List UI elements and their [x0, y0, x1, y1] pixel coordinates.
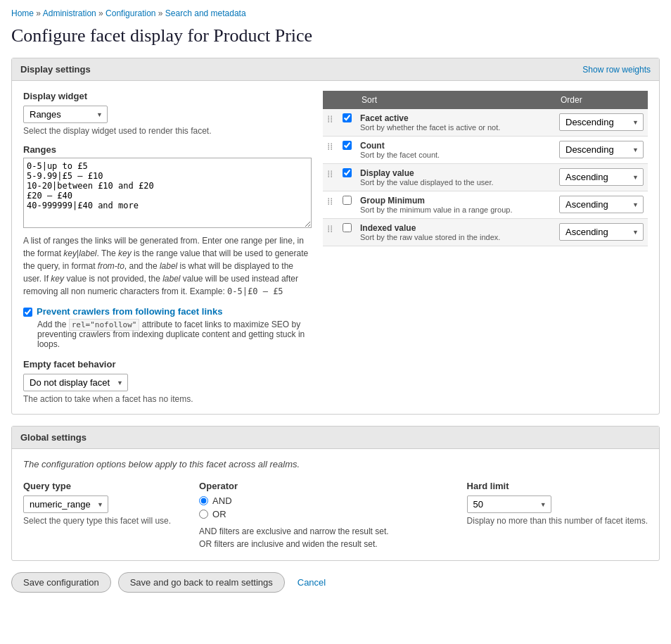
sort-desc: Sort by whether the facet is active or n… [360, 123, 551, 132]
sort-check-cell [338, 109, 356, 137]
sort-name-cell: Count Sort by the facet count. [356, 137, 555, 164]
hard-limit-label: Hard limit [467, 481, 648, 491]
order-select-wrapper: Descending Ascending [559, 168, 644, 186]
order-select-display_value[interactable]: Descending Ascending [559, 168, 644, 186]
drag-handle-cell: ⁞⁞ [323, 109, 338, 137]
sort-name-cell: Display value Sort by the value displaye… [356, 164, 555, 191]
sort-checkbox-facet_active[interactable] [343, 113, 352, 122]
drag-handle-cell: ⁞⁞ [323, 164, 338, 191]
order-select-count[interactable]: Descending Ascending [559, 141, 644, 158]
sort-name: Display value [360, 168, 551, 178]
order-select-group_minimum[interactable]: Descending Ascending [559, 196, 644, 213]
query-type-select[interactable]: numeric_range [23, 495, 108, 513]
sort-desc: Sort by the value displayed to the user. [360, 178, 551, 187]
sort-checkbox-indexed_value[interactable] [343, 223, 352, 232]
order-select-wrapper: Descending Ascending [559, 223, 644, 241]
breadcrumb-config[interactable]: Configuration [106, 8, 155, 18]
empty-facet-section: Empty facet behavior Do not display face… [23, 359, 312, 404]
operator-and-label: AND [212, 495, 231, 506]
order-cell: Descending Ascending [555, 219, 648, 246]
display-settings-title: Display settings [20, 64, 91, 75]
operator-and-item[interactable]: AND [199, 495, 438, 506]
order-select-wrapper: Descending Ascending [559, 113, 644, 131]
table-row: ⁞⁞ Display value Sort by the value displ… [323, 164, 648, 191]
sort-name-cell: Group Minimum Sort by the minimum value … [356, 191, 555, 219]
sort-col-check [338, 91, 356, 109]
hard-limit-select[interactable]: 50 [467, 495, 551, 513]
order-cell: Descending Ascending [555, 137, 648, 164]
query-type-col: Query type numeric_range Select the quer… [23, 481, 171, 526]
crawlers-desc: Add the rel="nofollow" attribute to face… [37, 320, 312, 349]
sort-name: Group Minimum [360, 196, 551, 206]
operator-or-radio[interactable] [199, 510, 208, 519]
query-type-desc: Select the query type this facet will us… [23, 516, 171, 526]
order-select-indexed_value[interactable]: Descending Ascending [559, 223, 644, 241]
ranges-label: Ranges [23, 144, 312, 155]
display-settings-section: Display settings Show row weights Displa… [11, 58, 660, 415]
filter-note-and: AND filters are exclusive and narrow the… [199, 525, 438, 538]
hard-limit-select-wrapper: 50 [467, 495, 551, 513]
drag-handle-cell: ⁞⁞ [323, 137, 338, 164]
drag-handle-cell: ⁞⁞ [323, 191, 338, 219]
sort-name: Facet active [360, 113, 551, 123]
widget-select[interactable]: Ranges [23, 106, 108, 123]
breadcrumb-searchmeta[interactable]: Search and metadata [165, 8, 246, 18]
order-cell: Descending Ascending [555, 191, 648, 219]
hard-limit-desc: Display no more than this number of face… [467, 516, 648, 526]
sort-checkbox-count[interactable] [343, 141, 352, 150]
table-row: ⁞⁞ Indexed value Sort by the raw value s… [323, 219, 648, 246]
sort-checkbox-group_minimum[interactable] [343, 196, 352, 205]
drag-handle-icon[interactable]: ⁞⁞ [327, 113, 333, 125]
breadcrumb-home[interactable]: Home [11, 8, 34, 18]
global-settings-header: Global settings [12, 427, 659, 449]
table-row: ⁞⁞ Group Minimum Sort by the minimum val… [323, 191, 648, 219]
widget-label: Display widget [23, 91, 312, 101]
operator-or-item[interactable]: OR [199, 509, 438, 519]
drag-handle-icon[interactable]: ⁞⁞ [327, 223, 333, 234]
hard-limit-col: Hard limit 50 Display no more than this … [467, 481, 648, 526]
order-select-facet_active[interactable]: Descending Ascending [559, 113, 644, 131]
sort-checkbox-display_value[interactable] [343, 168, 352, 177]
query-type-label: Query type [23, 481, 171, 491]
breadcrumb: Home » Administration » Configuration » … [11, 6, 660, 18]
query-type-select-wrapper: numeric_range [23, 495, 108, 513]
order-cell: Descending Ascending [555, 109, 648, 137]
empty-facet-desc: The action to take when a facet has no i… [23, 394, 312, 404]
sort-col-sort: Sort [356, 91, 555, 109]
sort-name-cell: Indexed value Sort by the raw value stor… [356, 219, 555, 246]
sort-col-handle [323, 91, 338, 109]
save-config-button[interactable]: Save configuration [11, 572, 111, 593]
empty-facet-select-wrapper: Do not display facet [23, 374, 128, 391]
sort-col-order: Order [555, 91, 648, 109]
sort-table: Sort Order ⁞⁞ Facet active Sort by wheth… [323, 91, 648, 246]
show-row-weights-link[interactable]: Show row weights [582, 65, 651, 75]
drag-handle-icon[interactable]: ⁞⁞ [327, 141, 333, 152]
prevent-crawlers-checkbox[interactable] [23, 308, 32, 317]
buttons-bar: Save configuration Save and go back to r… [11, 572, 660, 593]
breadcrumb-admin[interactable]: Administration [43, 8, 96, 18]
sort-check-cell [338, 137, 356, 164]
widget-desc: Select the display widget used to render… [23, 126, 312, 136]
filter-note: AND filters are exclusive and narrow the… [199, 525, 438, 550]
order-select-wrapper: Descending Ascending [559, 141, 644, 158]
drag-handle-icon[interactable]: ⁞⁞ [327, 168, 333, 179]
cancel-button[interactable]: Cancel [292, 573, 331, 592]
operator-or-label: OR [212, 509, 226, 519]
sort-check-cell [338, 219, 356, 246]
drag-handle-icon[interactable]: ⁞⁞ [327, 196, 333, 207]
empty-facet-select[interactable]: Do not display facet [23, 374, 128, 391]
sort-check-cell [338, 191, 356, 219]
prevent-crawlers-label: Prevent crawlers from following facet li… [37, 306, 222, 317]
prevent-crawlers-section: Prevent crawlers from following facet li… [23, 306, 312, 317]
operator-and-radio[interactable] [199, 496, 208, 505]
save-back-button[interactable]: Save and go back to realm settings [118, 572, 285, 593]
global-settings-title: Global settings [20, 432, 87, 443]
operator-label: Operator [199, 481, 438, 491]
ranges-textarea[interactable]: 0-5|up to £5 5-9.99|£5 – £10 10-20|betwe… [23, 158, 312, 228]
global-description: The configuration options below apply to… [23, 459, 648, 469]
sort-desc: Sort by the raw value stored in the inde… [360, 233, 551, 241]
sort-name-cell: Facet active Sort by whether the facet i… [356, 109, 555, 137]
sort-name: Indexed value [360, 223, 551, 233]
empty-facet-label: Empty facet behavior [23, 359, 312, 370]
display-settings-header: Display settings Show row weights [12, 58, 659, 81]
